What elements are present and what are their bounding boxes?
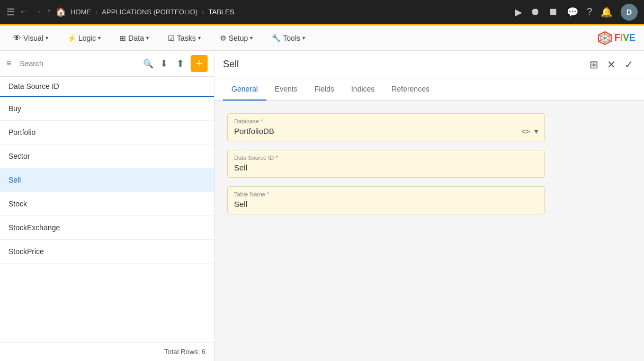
sidebar-item-portfolio-label: Portfolio (8, 128, 35, 137)
content-area: Sell ⊞ ✕ ✓ General Events Fields Indices… (214, 51, 644, 361)
search-input[interactable] (15, 57, 139, 70)
chevron-down-icon5: ▾ (250, 35, 253, 41)
tab-references[interactable]: References (383, 78, 438, 101)
sidebar-item-stockprice-label: StockPrice (8, 247, 44, 256)
sidebar-item-stock-label: Stock (8, 200, 27, 208)
tools-icon: 🔧 (272, 34, 281, 42)
nav-setup-label: Setup (229, 34, 248, 42)
grid-icon: ⊞ (120, 34, 126, 42)
avatar[interactable]: D (621, 4, 638, 21)
stop-button[interactable]: ⏹ (549, 6, 558, 17)
gear-icon: ⚙ (220, 34, 227, 42)
chevron-down-icon4: ▾ (198, 35, 201, 41)
up-button[interactable]: ↑ (47, 6, 51, 17)
topbar: ☰ ← → ↑ 🏠 HOME › APPLICATIONS (PORTFOLIO… (0, 0, 644, 25)
back-button[interactable]: ← (19, 6, 29, 17)
nav-setup[interactable]: ⚙ Setup ▾ (216, 32, 257, 44)
content-title: Sell (223, 59, 239, 70)
chevron-down-icon3: ▾ (146, 35, 149, 41)
nav-logic[interactable]: ⚡ Logic ▾ (63, 32, 105, 44)
tab-events-label: Events (275, 85, 298, 93)
dropdown-button[interactable]: ▾ (534, 127, 538, 136)
menu-icon[interactable]: ☰ (6, 6, 15, 18)
tab-events[interactable]: Events (266, 78, 306, 101)
sidebar-item-buy-label: Buy (8, 104, 21, 113)
sidebar-header: Data Source ID (0, 77, 214, 97)
tablename-label: Table Name * (234, 191, 538, 197)
datasource-field[interactable]: Data Source ID * Sell (227, 150, 545, 178)
chevron-down-icon6: ▾ (302, 35, 305, 41)
nav-visual[interactable]: 👁 Visual ▾ (8, 31, 52, 45)
breadcrumb-app[interactable]: APPLICATIONS (PORTFOLIO) (102, 8, 198, 16)
tab-fields[interactable]: Fields (306, 78, 343, 101)
filter-icon[interactable]: ≡ (6, 59, 11, 68)
logic-icon: ⚡ (67, 34, 76, 42)
sidebar-item-stockexchange[interactable]: StockExchange (0, 216, 214, 240)
record-button[interactable]: ⏺ (531, 6, 540, 17)
sidebar-item-sector[interactable]: Sector (0, 145, 214, 168)
play-button[interactable]: ▶ (515, 6, 522, 18)
sidebar-item-stockprice[interactable]: StockPrice (0, 240, 214, 264)
bell-button[interactable]: 🔔 (601, 6, 612, 18)
nav-items: 👁 Visual ▾ ⚡ Logic ▾ ⊞ Data ▾ ☑ Tasks ▾ … (8, 31, 309, 45)
tasks-icon: ☑ (168, 34, 175, 42)
database-label: Database * (234, 118, 538, 124)
table-view-button[interactable]: ⊞ (587, 56, 601, 73)
sidebar-item-buy[interactable]: Buy (0, 97, 214, 121)
tablename-field[interactable]: Table Name * Sell (227, 186, 545, 214)
breadcrumb-sep1: › (95, 8, 97, 16)
tab-general[interactable]: General (223, 78, 266, 101)
nav-tools[interactable]: 🔧 Tools ▾ (267, 32, 309, 44)
tab-fields-label: Fields (315, 85, 334, 93)
nav-tools-label: Tools (283, 34, 300, 42)
datasource-value: Sell (234, 163, 247, 172)
content-header-actions: ⊞ ✕ ✓ (587, 56, 636, 73)
help-button[interactable]: ? (587, 6, 592, 17)
search-wrap (15, 57, 139, 70)
sidebar-item-sell-label: Sell (8, 176, 21, 184)
breadcrumb-nav: ← → ↑ 🏠 HOME › APPLICATIONS (PORTFOLIO) … (19, 6, 511, 17)
tablename-value: Sell (234, 200, 247, 209)
sidebar-item-sell[interactable]: Sell (0, 168, 214, 192)
form-content: Database * PortfolioDB <> ▾ Data Source … (214, 101, 644, 227)
total-rows-label: Total Rows: 6 (164, 348, 205, 356)
sidebar-footer: Total Rows: 6 (0, 342, 214, 361)
nav-visual-label: Visual (23, 34, 43, 42)
forward-button[interactable]: → (33, 6, 42, 17)
datasource-label: Data Source ID * (234, 155, 538, 161)
sidebar-toolbar: ≡ 🔍 ⬇ ⬆ + (0, 51, 214, 77)
content-header: Sell ⊞ ✕ ✓ (214, 51, 644, 78)
breadcrumb: ← → ↑ 🏠 HOME › APPLICATIONS (PORTFOLIO) … (19, 6, 234, 17)
save-button[interactable]: ✓ (622, 56, 636, 73)
sidebar: ≡ 🔍 ⬇ ⬆ + Data Source ID Buy Portfolio S… (0, 51, 214, 361)
upload-icon[interactable]: ⬆ (174, 56, 186, 71)
close-button[interactable]: ✕ (605, 56, 618, 73)
database-value: PortfolioDB (234, 127, 274, 136)
tab-indices-label: Indices (351, 85, 374, 93)
breadcrumb-tables[interactable]: TABLES (209, 8, 235, 16)
nav-data[interactable]: ⊞ Data ▾ (115, 32, 153, 44)
chevron-down-icon: ▾ (46, 35, 48, 41)
download-icon[interactable]: ⬇ (158, 56, 170, 71)
tab-indices[interactable]: Indices (343, 78, 383, 101)
add-button[interactable]: + (191, 55, 208, 72)
sidebar-list: Buy Portfolio Sector Sell Stock StockExc… (0, 97, 214, 342)
sidebar-item-stock[interactable]: Stock (0, 192, 214, 216)
search-icon[interactable]: 🔍 (143, 59, 154, 69)
sidebar-item-sector-label: Sector (8, 152, 30, 160)
tabs: General Events Fields Indices References (214, 78, 644, 101)
nav-logic-label: Logic (78, 34, 96, 42)
database-field: Database * PortfolioDB <> ▾ (227, 113, 545, 141)
nav-data-label: Data (128, 34, 144, 42)
chevron-down-icon2: ▾ (98, 35, 101, 41)
tab-general-label: General (231, 85, 258, 93)
home-label[interactable]: HOME (70, 8, 91, 16)
code-toggle-button[interactable]: <> (521, 127, 530, 136)
nav-tasks[interactable]: ☑ Tasks ▾ (164, 32, 205, 44)
home-icon: 🏠 (56, 7, 66, 17)
database-field-actions: <> ▾ (521, 127, 538, 136)
nav-tasks-label: Tasks (177, 34, 196, 42)
chat-button[interactable]: 💬 (567, 6, 578, 18)
sidebar-item-portfolio[interactable]: Portfolio (0, 121, 214, 145)
sidebar-header-label: Data Source ID (8, 82, 59, 91)
